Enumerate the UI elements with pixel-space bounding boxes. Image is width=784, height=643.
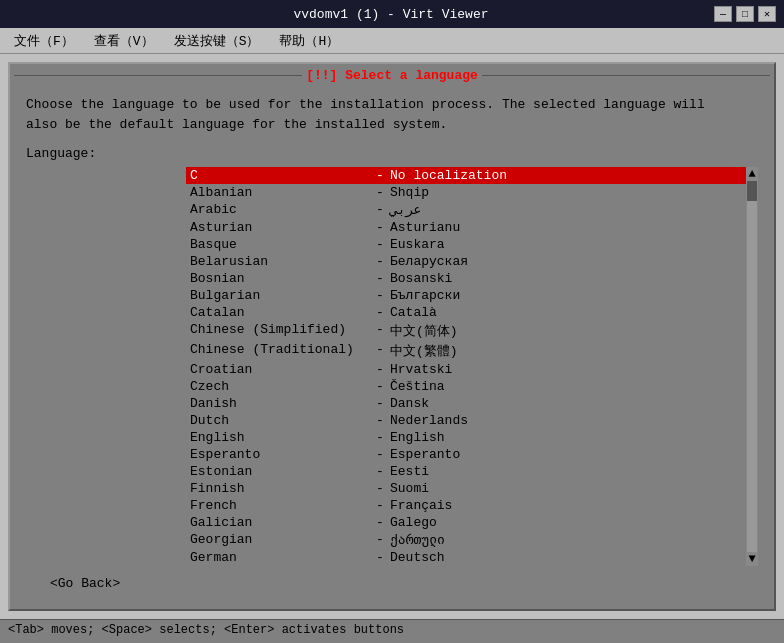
lang-native-name: English (390, 430, 445, 445)
menu-help[interactable]: 帮助（H） (271, 30, 347, 52)
title-bar: vvdomv1 (1) - Virt Viewer — □ ✕ (0, 0, 784, 28)
window-controls: — □ ✕ (714, 6, 776, 22)
menu-bar: 文件（F） 查看（V） 发送按键（S） 帮助（H） (0, 28, 784, 54)
list-item[interactable]: Danish-Dansk (186, 395, 746, 412)
scrollbar[interactable]: ▲ ▼ (746, 167, 758, 566)
lang-name: German (190, 550, 370, 565)
lang-separator: - (370, 430, 390, 445)
lang-name: Croatian (190, 362, 370, 377)
list-item[interactable]: Chinese (Simplified)-中文(简体) (186, 321, 746, 341)
lang-native-name: Euskara (390, 237, 445, 252)
list-item[interactable]: English-English (186, 429, 746, 446)
lang-name: Arabic (190, 202, 370, 218)
lang-separator: - (370, 305, 390, 320)
list-item[interactable]: Asturian-Asturianu (186, 219, 746, 236)
lang-native-name: Nederlands (390, 413, 468, 428)
list-item[interactable]: Bulgarian-Български (186, 287, 746, 304)
lang-separator: - (370, 185, 390, 200)
lang-native-name: Asturianu (390, 220, 460, 235)
list-item[interactable]: French-Français (186, 497, 746, 514)
list-item[interactable]: German-Deutsch (186, 549, 746, 566)
list-item[interactable]: Estonian-Eesti (186, 463, 746, 480)
scrollbar-thumb[interactable] (747, 181, 757, 201)
scrollbar-down-button[interactable]: ▼ (748, 552, 755, 566)
list-item[interactable]: Arabic-عربي (186, 201, 746, 219)
list-item[interactable]: Chinese (Traditional)-中文(繁體) (186, 341, 746, 361)
lang-native-name: Eesti (390, 464, 429, 479)
lang-separator: - (370, 220, 390, 235)
lang-separator: - (370, 481, 390, 496)
menu-file[interactable]: 文件（F） (6, 30, 82, 52)
lang-separator: - (370, 362, 390, 377)
language-label: Language: (26, 146, 758, 161)
lang-separator: - (370, 515, 390, 530)
lang-name: Czech (190, 379, 370, 394)
list-item[interactable]: Catalan-Català (186, 304, 746, 321)
go-back-button[interactable]: <Go Back> (42, 574, 128, 593)
lang-native-name: No localization (390, 168, 507, 183)
window-title: vvdomv1 (1) - Virt Viewer (68, 7, 714, 22)
list-item[interactable]: Dutch-Nederlands (186, 412, 746, 429)
close-button[interactable]: ✕ (758, 6, 776, 22)
maximize-button[interactable]: □ (736, 6, 754, 22)
bottom-buttons: <Go Back> (26, 566, 758, 601)
lang-separator: - (370, 532, 390, 548)
menu-view[interactable]: 查看（V） (86, 30, 162, 52)
lang-separator: - (370, 288, 390, 303)
list-item[interactable]: Bosnian-Bosanski (186, 270, 746, 287)
list-item[interactable]: Esperanto-Esperanto (186, 446, 746, 463)
lang-name: Dutch (190, 413, 370, 428)
scrollbar-up-button[interactable]: ▲ (748, 167, 755, 181)
lang-name: Chinese (Simplified) (190, 322, 370, 340)
lang-native-name: 中文(繁體) (390, 342, 458, 360)
status-bar: <Tab> moves; <Space> selects; <Enter> ac… (0, 619, 784, 643)
lang-name: Basque (190, 237, 370, 252)
dialog-title-bar: [!!] Select a language (10, 64, 774, 87)
lang-name: Danish (190, 396, 370, 411)
lang-native-name: Shqip (390, 185, 429, 200)
lang-separator: - (370, 342, 390, 360)
lang-name: Estonian (190, 464, 370, 479)
lang-native-name: Deutsch (390, 550, 445, 565)
lang-name: Asturian (190, 220, 370, 235)
lang-native-name: Esperanto (390, 447, 460, 462)
lang-name: English (190, 430, 370, 445)
status-text: <Tab> moves; <Space> selects; <Enter> ac… (8, 623, 404, 637)
lang-separator: - (370, 254, 390, 269)
scrollbar-track[interactable] (747, 181, 757, 552)
list-item[interactable]: Belarusian-Беларуская (186, 253, 746, 270)
list-item[interactable]: Finnish-Suomi (186, 480, 746, 497)
lang-native-name: ქართული (390, 532, 445, 548)
lang-native-name: عربي (390, 202, 421, 218)
lang-name: Finnish (190, 481, 370, 496)
list-item[interactable]: Czech-Čeština (186, 378, 746, 395)
lang-native-name: Català (390, 305, 437, 320)
lang-name: Bulgarian (190, 288, 370, 303)
list-item[interactable]: Albanian-Shqip (186, 184, 746, 201)
lang-name: Georgian (190, 532, 370, 548)
list-item[interactable]: Croatian-Hrvatski (186, 361, 746, 378)
lang-separator: - (370, 271, 390, 286)
list-item[interactable]: Georgian-ქართული (186, 531, 746, 549)
minimize-button[interactable]: — (714, 6, 732, 22)
lang-name: French (190, 498, 370, 513)
dialog-body: Choose the language to be used for the i… (10, 87, 774, 609)
lang-native-name: Dansk (390, 396, 429, 411)
main-area: [!!] Select a language Choose the langua… (0, 54, 784, 619)
lang-name: Albanian (190, 185, 370, 200)
terminal-box: [!!] Select a language Choose the langua… (8, 62, 776, 611)
lang-native-name: Suomi (390, 481, 429, 496)
lang-separator: - (370, 168, 390, 183)
list-item[interactable]: C-No localization (186, 167, 746, 184)
list-item[interactable]: Basque-Euskara (186, 236, 746, 253)
lang-separator: - (370, 498, 390, 513)
lang-separator: - (370, 413, 390, 428)
lang-native-name: Galego (390, 515, 437, 530)
lang-separator: - (370, 322, 390, 340)
lang-separator: - (370, 550, 390, 565)
language-list[interactable]: C-No localizationAlbanian-ShqipArabic-عر… (186, 167, 746, 566)
lang-name: Galician (190, 515, 370, 530)
list-item[interactable]: Galician-Galego (186, 514, 746, 531)
lang-name: C (190, 168, 370, 183)
menu-send-key[interactable]: 发送按键（S） (166, 30, 268, 52)
